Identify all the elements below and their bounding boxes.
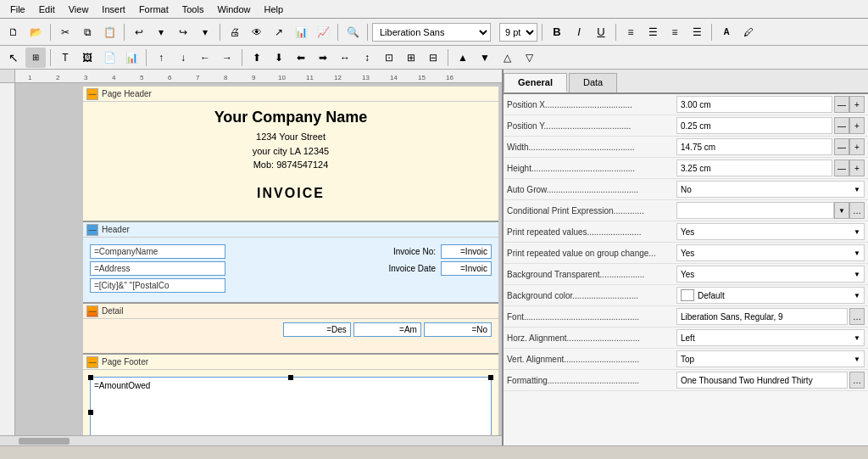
- prop-dropdown-6[interactable]: Yes: [676, 223, 865, 240]
- chart-button[interactable]: 📈: [313, 22, 333, 42]
- menu-insert[interactable]: Insert: [95, 3, 132, 16]
- menu-tools[interactable]: Tools: [175, 3, 211, 16]
- prop-value-3[interactable]: 3.25 cm: [676, 160, 832, 176]
- prop-increment-0[interactable]: +: [849, 96, 865, 113]
- prop-decrement-0[interactable]: —: [834, 96, 849, 113]
- field-city[interactable]: =[City]&" "[PostalCo: [90, 278, 225, 293]
- menu-file[interactable]: File: [3, 3, 32, 16]
- prop-expr-edit-5[interactable]: …: [849, 202, 865, 219]
- page-header-collapse[interactable]: —: [86, 88, 98, 100]
- field-company[interactable]: =CompanyName: [90, 244, 225, 259]
- align-justify-button[interactable]: ☰: [687, 22, 707, 42]
- group-button[interactable]: ⊞: [401, 48, 421, 68]
- bring-front-button[interactable]: ▲: [453, 48, 473, 68]
- align-bottom-button[interactable]: ⬇: [269, 48, 289, 68]
- export-button[interactable]: ↗: [269, 22, 289, 42]
- redo-button[interactable]: ↪: [173, 22, 193, 42]
- copy-button[interactable]: ⧉: [77, 22, 97, 42]
- align-right-button[interactable]: ≡: [665, 22, 685, 42]
- draw-text-button[interactable]: T: [55, 48, 75, 68]
- handle-ml[interactable]: [88, 410, 93, 415]
- prop-decrement-1[interactable]: —: [834, 117, 849, 134]
- bold-button[interactable]: B: [547, 22, 567, 42]
- prop-edit-10[interactable]: …: [849, 308, 865, 325]
- menu-format[interactable]: Format: [132, 3, 175, 16]
- undo-dropdown[interactable]: ▾: [151, 22, 171, 42]
- font-name-select[interactable]: Liberation Sans: [372, 23, 491, 42]
- prop-increment-3[interactable]: +: [849, 160, 865, 176]
- prop-color-9[interactable]: Default: [676, 287, 865, 304]
- prop-dropdown-4[interactable]: No: [676, 181, 865, 198]
- handle-tm[interactable]: [288, 375, 293, 380]
- same-size-button[interactable]: ⊡: [379, 48, 399, 68]
- prop-dropdown-12[interactable]: Top: [676, 350, 865, 367]
- undo-button[interactable]: ↩: [129, 22, 149, 42]
- highlight-button[interactable]: 🖊: [738, 22, 759, 42]
- send-backward-button[interactable]: ▽: [519, 48, 539, 68]
- draw-image-button[interactable]: 🖼: [77, 48, 97, 68]
- scroll-thumb[interactable]: [19, 438, 70, 445]
- menu-window[interactable]: Window: [210, 3, 257, 16]
- prop-edit-13[interactable]: …: [849, 372, 865, 389]
- move-left-button[interactable]: ←: [195, 48, 215, 68]
- cut-button[interactable]: ✂: [55, 22, 75, 42]
- prop-expr-dropdown-5[interactable]: ▼: [834, 202, 849, 219]
- align-top-button[interactable]: ⬆: [247, 48, 267, 68]
- tab-general[interactable]: General: [504, 73, 567, 92]
- report-button[interactable]: 📊: [291, 22, 311, 42]
- italic-button[interactable]: I: [569, 22, 589, 42]
- move-down-button[interactable]: ↓: [173, 48, 193, 68]
- menu-view[interactable]: View: [62, 3, 96, 16]
- align-hright-button[interactable]: ➡: [313, 48, 333, 68]
- prop-expr-input-5[interactable]: [676, 202, 834, 219]
- select-tool[interactable]: ↖: [3, 48, 24, 68]
- align-center-button[interactable]: ☰: [643, 22, 663, 42]
- prop-dropdown-8[interactable]: Yes: [676, 266, 865, 283]
- send-back-button[interactable]: ▼: [475, 48, 495, 68]
- font-color-button[interactable]: A: [716, 22, 737, 42]
- report-canvas[interactable]: — Page Header Your Company Name 1234 You…: [15, 83, 502, 435]
- horizontal-scrollbar[interactable]: [0, 435, 502, 445]
- prop-value-1[interactable]: 0.25 cm: [676, 117, 832, 134]
- ungroup-button[interactable]: ⊟: [423, 48, 443, 68]
- align-hleft-button[interactable]: ⬅: [291, 48, 311, 68]
- prop-value-2[interactable]: 14.75 cm: [676, 138, 832, 155]
- underline-button[interactable]: U: [591, 22, 611, 42]
- move-up-button[interactable]: ↑: [151, 48, 171, 68]
- menu-help[interactable]: Help: [258, 3, 291, 16]
- open-button[interactable]: 📂: [25, 22, 46, 42]
- amount-owed-textbox[interactable]: =AmountOwed: [90, 377, 492, 435]
- draw-subreport-button[interactable]: 📄: [99, 48, 120, 68]
- print-preview-button[interactable]: 👁: [247, 22, 267, 42]
- prop-dropdown-7[interactable]: Yes: [676, 244, 865, 261]
- new-button[interactable]: 🗋: [3, 22, 24, 42]
- page-footer-collapse[interactable]: —: [86, 356, 98, 368]
- detail-field-desc[interactable]: =Des: [283, 322, 351, 337]
- font-size-select[interactable]: 9 pt: [499, 23, 537, 42]
- paste-button[interactable]: 📋: [99, 22, 120, 42]
- print-button[interactable]: 🖨: [225, 22, 245, 42]
- handle-tr[interactable]: [488, 375, 493, 380]
- bring-forward-button[interactable]: △: [497, 48, 517, 68]
- handle-tl[interactable]: [88, 375, 93, 380]
- prop-increment-1[interactable]: +: [849, 117, 865, 134]
- zoom-button[interactable]: 🔍: [342, 22, 363, 42]
- prop-decrement-3[interactable]: —: [834, 160, 849, 176]
- detail-collapse[interactable]: —: [86, 305, 98, 317]
- same-width-button[interactable]: ↔: [335, 48, 355, 68]
- menu-edit[interactable]: Edit: [32, 3, 62, 16]
- header-collapse[interactable]: —: [86, 224, 98, 236]
- move-right-button[interactable]: →: [217, 48, 237, 68]
- detail-field-amt[interactable]: =Am: [353, 322, 421, 337]
- invoice-no-value[interactable]: =Invoic: [441, 244, 492, 259]
- chart-insert-button[interactable]: 📊: [121, 48, 142, 68]
- prop-value-0[interactable]: 3.00 cm: [676, 96, 832, 113]
- detail-field-note[interactable]: =No: [424, 322, 492, 337]
- tab-data[interactable]: Data: [569, 73, 617, 92]
- prop-increment-2[interactable]: +: [849, 138, 865, 155]
- align-left-button[interactable]: ≡: [620, 22, 641, 42]
- same-height-button[interactable]: ↕: [357, 48, 377, 68]
- prop-decrement-2[interactable]: —: [834, 138, 849, 155]
- redo-dropdown[interactable]: ▾: [195, 22, 215, 42]
- invoice-date-value[interactable]: =Invoic: [441, 261, 492, 276]
